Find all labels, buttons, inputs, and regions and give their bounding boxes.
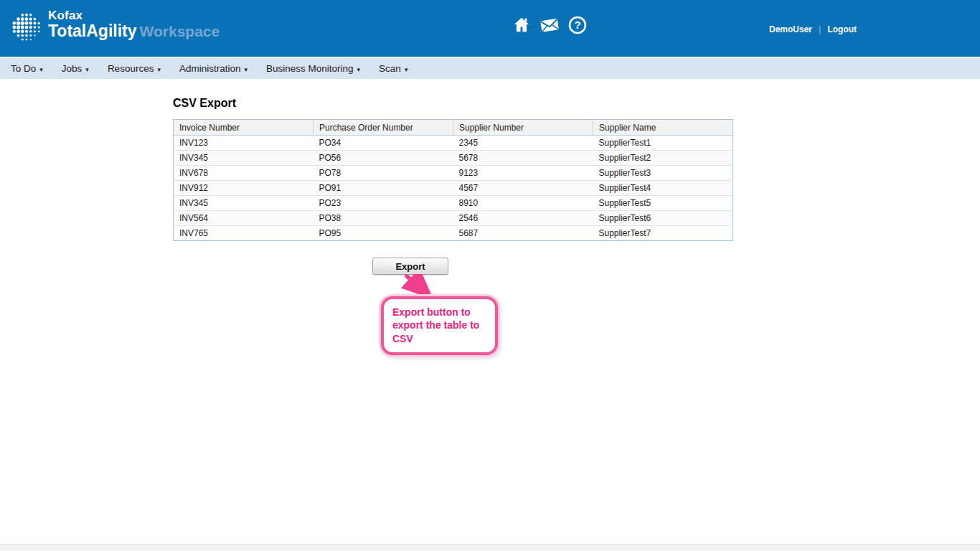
logged-in-user[interactable]: DemoUser — [769, 24, 812, 34]
home-icon[interactable] — [512, 15, 532, 35]
page: Kofax TotalAgilityWorkspace — [0, 0, 980, 551]
chevron-down-icon: ▾ — [157, 66, 161, 73]
user-area: DemoUser | Logout — [769, 24, 857, 34]
menu-item-jobs[interactable]: Jobs ▾ — [52, 58, 98, 79]
column-header-supplier-number: Supplier Number — [453, 120, 593, 136]
annotation-callout: Export button to export the table to CSV — [381, 296, 498, 355]
chevron-down-icon: ▾ — [244, 66, 248, 73]
logo-text: Kofax TotalAgilityWorkspace — [48, 9, 220, 39]
invoice-table: Invoice Number Purchase Order Number Sup… — [173, 119, 733, 241]
help-icon[interactable]: ? — [567, 15, 588, 35]
export-button[interactable]: Export — [372, 258, 448, 275]
table-row: INV345PO238910SupplierTest5 — [174, 196, 733, 211]
page-title: CSV Export — [173, 97, 236, 110]
chevron-down-icon: ▾ — [405, 66, 408, 73]
globe-dots-icon — [11, 11, 42, 43]
column-header-invoice-number: Invoice Number — [174, 120, 314, 136]
table-row: INV912PO914567SupplierTest4 — [174, 181, 733, 196]
svg-text:?: ? — [574, 19, 580, 31]
main-menubar: To Do ▾ Jobs ▾ Resources ▾ Administratio… — [0, 58, 980, 79]
column-header-purchase-order-number: Purchase Order Number — [314, 120, 453, 136]
footer-bar — [0, 544, 980, 551]
menu-item-administration[interactable]: Administration ▾ — [170, 58, 257, 79]
app-header: Kofax TotalAgilityWorkspace — [0, 0, 980, 57]
header-icon-group: ? — [512, 15, 588, 35]
table-row: INV345PO565678SupplierTest2 — [174, 151, 733, 166]
chevron-down-icon: ▾ — [85, 66, 89, 73]
chevron-down-icon: ▾ — [39, 66, 43, 73]
table-header-row: Invoice Number Purchase Order Number Sup… — [174, 120, 733, 136]
user-separator: | — [819, 24, 821, 34]
menu-item-business-monitoring[interactable]: Business Monitoring ▾ — [257, 58, 369, 79]
table-row: INV123PO342345SupplierTest1 — [174, 136, 733, 151]
table-row: INV564PO382546SupplierTest6 — [174, 211, 733, 226]
table-row: INV678PO789123SupplierTest3 — [174, 166, 733, 181]
menu-item-resources[interactable]: Resources ▾ — [98, 58, 170, 79]
column-header-supplier-name: Supplier Name — [593, 120, 733, 136]
brand-workspace: Workspace — [140, 23, 220, 39]
chevron-down-icon: ▾ — [357, 66, 361, 73]
menu-item-to-do[interactable]: To Do ▾ — [1, 58, 52, 79]
brand-totalagility: TotalAgilityWorkspace — [48, 22, 220, 39]
table-row: INV765PO955687SupplierTest7 — [174, 226, 733, 241]
kofax-logo: Kofax TotalAgilityWorkspace — [11, 9, 220, 43]
mail-icon[interactable] — [540, 15, 560, 35]
brand-kofax: Kofax — [48, 9, 220, 22]
logout-link[interactable]: Logout — [827, 24, 857, 34]
menu-item-scan[interactable]: Scan ▾ — [369, 58, 417, 79]
